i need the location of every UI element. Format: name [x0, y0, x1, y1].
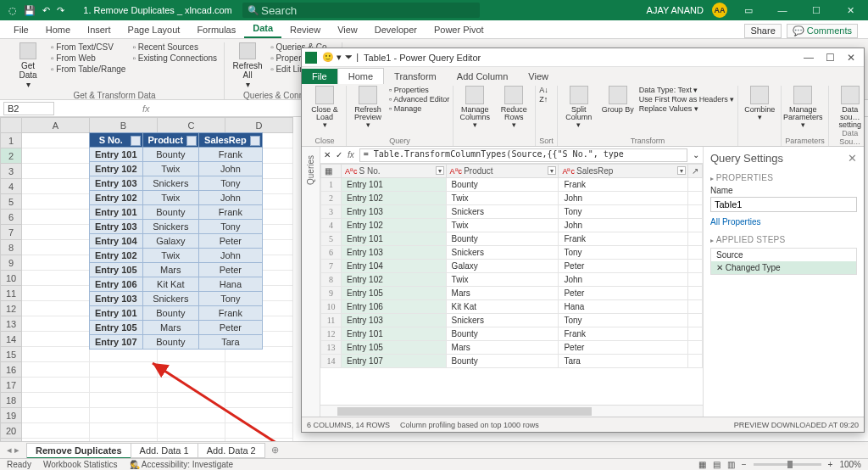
pq-row[interactable]: 10Entry 106Kit KatHana	[321, 300, 703, 314]
pq-ribbon-link[interactable]: ▫ Advanced Editor	[389, 95, 449, 104]
pq-minimize-icon[interactable]: —	[804, 52, 814, 64]
cell[interactable]	[158, 362, 225, 378]
pq-col-header[interactable]: AᴮcSalesRep▾	[559, 165, 688, 178]
split-column-button[interactable]: Split Column▾	[561, 86, 597, 129]
table-row[interactable]: Entry 107BountyTara	[90, 335, 263, 350]
sheet-tab[interactable]: Remove Duplicates	[26, 443, 131, 459]
get-data-button[interactable]: Get Data▾	[12, 42, 44, 89]
pq-corner[interactable]: ▦	[321, 165, 342, 178]
menu-tab-power-pivot[interactable]: Power Pivot	[426, 21, 492, 38]
cell[interactable]	[225, 408, 293, 423]
table-row[interactable]: Entry 101BountyFrank	[90, 306, 263, 321]
sort-desc-icon[interactable]: Z↑	[539, 95, 548, 104]
filter-dropdown-icon[interactable]	[250, 136, 260, 146]
cell[interactable]	[158, 393, 225, 408]
row-header[interactable]: 11	[1, 286, 22, 301]
ribbon-link[interactable]: ▫ Existing Connections	[132, 53, 217, 63]
cell[interactable]	[22, 286, 90, 301]
row-header[interactable]: 9	[1, 255, 22, 271]
table-row[interactable]: Entry 101BountyFrank	[90, 148, 263, 162]
cell[interactable]	[22, 347, 90, 362]
ribbon-link[interactable]: ▫ From Web	[51, 53, 125, 63]
cell[interactable]	[225, 423, 293, 439]
row-header[interactable]: 1	[1, 133, 22, 148]
pq-row[interactable]: 5Entry 101BountyFrank	[321, 232, 703, 246]
pq-close-icon[interactable]: ✕	[324, 150, 331, 159]
pq-row[interactable]: 13Entry 105MarsPeter	[321, 341, 703, 355]
close-and-load-button[interactable]: Close & Load▾	[307, 86, 342, 129]
pq-data-grid[interactable]: ▦AᴮcS No.▾AᴮcProduct▾AᴮcSalesRep▾↗1Entry…	[320, 164, 703, 368]
data-source-settings-button[interactable]: Data sou… setting	[832, 86, 864, 129]
menu-tab-review[interactable]: Review	[281, 21, 329, 38]
row-header[interactable]: 3	[1, 164, 22, 179]
zoom-slider[interactable]	[754, 463, 821, 466]
row-header[interactable]: 6	[1, 210, 22, 225]
add-sheet-button[interactable]: ⊕	[264, 445, 286, 456]
cell[interactable]	[90, 362, 158, 378]
pq-row[interactable]: 3Entry 103SnickersTony	[321, 205, 703, 219]
cell[interactable]	[225, 393, 293, 408]
pq-row[interactable]: 11Entry 103SnickersTony	[321, 314, 703, 327]
menu-tab-view[interactable]: View	[329, 21, 366, 38]
pq-close-icon[interactable]: ✕	[847, 52, 855, 64]
cell[interactable]	[90, 408, 158, 423]
cell[interactable]	[22, 393, 90, 408]
refresh-all-button[interactable]: Refresh All▾	[231, 42, 264, 89]
applied-step[interactable]: ✕ Changed Type	[711, 261, 856, 274]
manage-parameters-button[interactable]: Manage Parameters▾	[785, 86, 821, 129]
table-row[interactable]: Entry 103SnickersTony	[90, 176, 263, 191]
cell[interactable]	[22, 255, 90, 271]
table-header[interactable]: S No.	[90, 133, 143, 148]
row-header[interactable]: 15	[1, 347, 22, 362]
pq-row[interactable]: 9Entry 105MarsPeter	[321, 287, 703, 300]
table-row[interactable]: Entry 105MarsPeter	[90, 321, 263, 335]
pq-row[interactable]: 1Entry 101BountyFrank	[321, 178, 703, 192]
col-header[interactable]: A	[22, 118, 90, 133]
row-header[interactable]: 20	[1, 423, 22, 439]
cell[interactable]	[158, 408, 225, 423]
pq-tab-home[interactable]: Home	[337, 68, 384, 84]
reduce-rows-button[interactable]: Reduce Rows▾	[496, 86, 531, 129]
pq-formula-dropdown[interactable]: ⌄	[693, 150, 699, 159]
accessibility-status[interactable]: 🕵 Accessibility: Investigate	[130, 460, 234, 469]
cell[interactable]	[158, 378, 225, 393]
pq-row[interactable]: 6Entry 103SnickersTony	[321, 246, 703, 260]
cell[interactable]	[22, 179, 90, 194]
pq-ribbon-link[interactable]: Use First Row as Headers ▾	[639, 95, 735, 104]
cell[interactable]	[22, 271, 90, 286]
minimize-icon[interactable]: —	[770, 0, 795, 20]
cell[interactable]	[22, 164, 90, 179]
pq-smiley-icon[interactable]: 🙂 ▾ ⏷ |	[322, 52, 359, 63]
sheet-tab[interactable]: Add. Data 2	[198, 443, 265, 458]
cell[interactable]	[90, 393, 158, 408]
row-header[interactable]: 12	[1, 301, 22, 316]
menu-tab-file[interactable]: File	[5, 21, 37, 38]
row-header[interactable]: 14	[1, 332, 22, 347]
zoom-in-button[interactable]: +	[828, 460, 833, 469]
applied-step[interactable]: Source	[711, 249, 856, 261]
cell[interactable]	[22, 408, 90, 423]
pq-tab-transform[interactable]: Transform	[384, 69, 447, 84]
menu-tab-data[interactable]: Data	[244, 20, 281, 38]
ribbon-display-options-icon[interactable]: ▭	[736, 0, 761, 20]
view-page-break-icon[interactable]: ▥	[727, 460, 735, 469]
ribbon-link[interactable]: ▫ From Table/Range	[51, 64, 125, 74]
share-button[interactable]: Share	[744, 24, 781, 38]
pq-row[interactable]: 7Entry 104GalaxyPeter	[321, 260, 703, 273]
sort-asc-icon[interactable]: A↓	[539, 86, 548, 94]
search-input[interactable]	[242, 3, 480, 18]
table-row[interactable]: Entry 103SnickersTony	[90, 220, 263, 234]
workbook-stats[interactable]: Workbook Statistics	[43, 460, 118, 469]
pq-ribbon-link[interactable]: ▫ Properties	[389, 86, 449, 94]
queries-pane-collapsed[interactable]: Queries	[302, 147, 320, 417]
ribbon-link[interactable]: ▫ Recent Sources	[132, 42, 217, 52]
menu-tab-developer[interactable]: Developer	[366, 21, 426, 38]
cell[interactable]	[22, 362, 90, 378]
pq-col-header[interactable]: AᴮcS No.▾	[342, 165, 447, 178]
sheet-tab[interactable]: Add. Data 1	[131, 443, 198, 458]
pq-ribbon-link[interactable]: Data Type: Text ▾	[639, 86, 735, 94]
avatar[interactable]: AA	[712, 3, 727, 18]
manage-columns-button[interactable]: Manage Columns▾	[457, 86, 492, 129]
table-row[interactable]: Entry 103SnickersTony	[90, 292, 263, 306]
row-header[interactable]: 5	[1, 194, 22, 210]
